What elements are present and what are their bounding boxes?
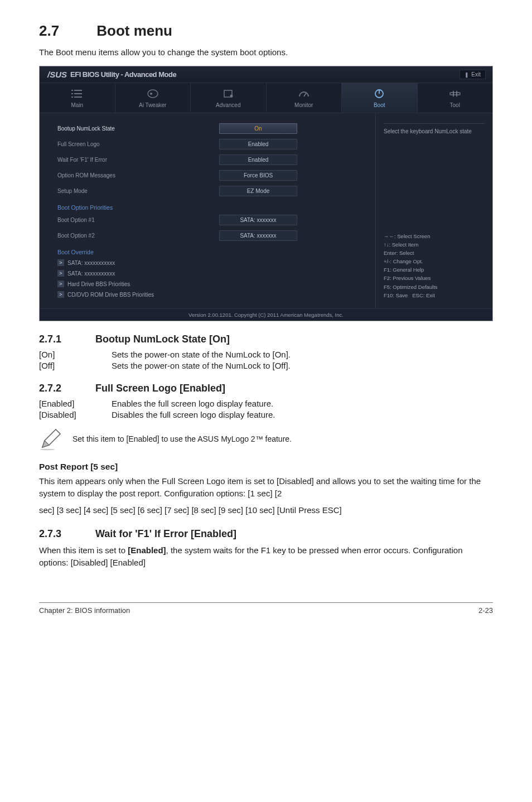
caret-icon: > <box>57 281 64 287</box>
subsection-2-7-1: 2.7.1 Bootup NumLock State [On] [On] Set… <box>39 334 493 370</box>
option-desc: Disables the full screen logo display fe… <box>112 410 493 419</box>
row-logo[interactable]: Full Screen Logo Enabled <box>57 139 366 149</box>
override-item[interactable]: > Hard Drive BBS Priorities <box>57 281 366 287</box>
section-heading: 2.7 Boot menu <box>39 22 493 40</box>
svg-rect-5 <box>74 96 82 98</box>
tab-boot[interactable]: Boot <box>342 83 418 113</box>
subsection-heading: 2.7.1 Bootup NumLock State [On] <box>39 334 493 345</box>
tab-label: Advanced <box>216 102 240 108</box>
row-value[interactable]: Force BIOS <box>219 170 297 181</box>
body-pre: When this item is set to <box>39 545 128 555</box>
help-key: F2: Previous Values <box>384 274 485 282</box>
gauge-icon <box>297 89 311 99</box>
option-row: [Enabled] Enables the full screen logo d… <box>39 399 493 408</box>
override-label: SATA: xxxxxxxxxxx <box>67 270 115 277</box>
subsection-2-7-2: 2.7.2 Full Screen Logo [Enabled] [Enable… <box>39 383 493 451</box>
help-key: F10: Save ESC: Exit <box>384 291 485 299</box>
row-value[interactable]: EZ Mode <box>219 186 297 196</box>
post-report-heading: Post Report [5 sec] <box>39 462 493 472</box>
svg-point-6 <box>148 90 158 98</box>
tab-monitor[interactable]: Monitor <box>267 83 342 113</box>
pencil-icon <box>39 427 62 451</box>
option-key: [Enabled] <box>39 399 112 408</box>
note-text: Set this item to [Enabled] to use the AS… <box>72 434 292 443</box>
row-value[interactable]: SATA: xxxxxxx <box>219 230 297 241</box>
help-key: ↑↓: Select Item <box>384 240 485 249</box>
body-bold: [Enabled] <box>128 545 166 555</box>
row-wait[interactable]: Wait For 'F1' If Error Enabled <box>57 154 366 165</box>
help-keys: →←: Select Screen ↑↓: Select Item Enter:… <box>384 232 485 303</box>
tab-aitweaker[interactable]: Ai Tweaker <box>115 83 191 113</box>
subsection-2-7-3: 2.7.3 Wait for 'F1' If Error [Enabled] W… <box>39 528 493 569</box>
row-setup[interactable]: Setup Mode EZ Mode <box>57 186 366 196</box>
tab-label: Main <box>71 102 83 108</box>
svg-rect-14 <box>453 91 454 96</box>
bios-help-pane: Select the keyboard NumLock state →←: Se… <box>375 113 492 308</box>
row-label: Bootup NumLock State <box>57 125 219 132</box>
row-label: Boot Option #1 <box>57 217 219 223</box>
row-value[interactable]: SATA: xxxxxxx <box>219 215 297 225</box>
list-icon <box>70 89 84 99</box>
option-key: [On] <box>39 350 112 359</box>
brand-text: /SUS <box>47 70 67 79</box>
caret-icon: > <box>57 270 64 277</box>
exit-label: Exit <box>471 71 481 78</box>
option-row: [Disabled] Disables the full screen logo… <box>39 410 493 419</box>
subsection-heading: 2.7.2 Full Screen Logo [Enabled] <box>39 383 493 394</box>
tab-advanced[interactable]: Advanced <box>191 83 267 113</box>
svg-rect-1 <box>74 90 82 91</box>
exit-button[interactable]: Exit <box>460 70 486 79</box>
override-label: CD/DVD ROM Drive BBS Priorities <box>67 292 154 298</box>
bios-body: Bootup NumLock State On Full Screen Logo… <box>40 113 492 308</box>
bios-footer: Version 2.00.1201. Copyright (C) 2011 Am… <box>40 308 492 321</box>
bios-logo: /SUS EFI BIOS Utility - Advanced Mode <box>47 70 176 79</box>
option-key: [Off] <box>39 361 112 370</box>
bios-titlebar: /SUS EFI BIOS Utility - Advanced Mode Ex… <box>40 66 492 83</box>
help-key: F1: General Help <box>384 265 485 274</box>
intro-text: The Boot menu items allow you to change … <box>39 47 493 57</box>
row-numlock[interactable]: Bootup NumLock State On <box>57 123 366 134</box>
footer-right: 2-23 <box>478 606 493 615</box>
row-bootopt2[interactable]: Boot Option #2 SATA: xxxxxxx <box>57 230 366 241</box>
row-bootopt1[interactable]: Boot Option #1 SATA: xxxxxxx <box>57 215 366 225</box>
post-report-body2: sec] [3 sec] [4 sec] [5 sec] [6 sec] [7 … <box>39 504 493 516</box>
help-key: F5: Optimized Defaults <box>384 283 485 291</box>
override-label: SATA: xxxxxxxxxxx <box>67 260 115 266</box>
post-report-body1: This item appears only when the Full Scr… <box>39 475 493 500</box>
row-label: Boot Option #2 <box>57 233 219 239</box>
bios-tabs: Main Ai Tweaker Advanced Monitor Boot To… <box>40 83 492 113</box>
tab-label: Ai Tweaker <box>139 102 166 108</box>
svg-rect-4 <box>71 96 73 98</box>
tab-tool[interactable]: Tool <box>418 83 493 113</box>
bios-window: /SUS EFI BIOS Utility - Advanced Mode Ex… <box>39 66 493 321</box>
svg-rect-3 <box>74 93 82 94</box>
svg-point-7 <box>150 93 152 95</box>
tab-label: Monitor <box>294 102 313 108</box>
section-title-text: Boot menu <box>96 22 172 39</box>
override-item[interactable]: > CD/DVD ROM Drive BBS Priorities <box>57 291 366 298</box>
override-item[interactable]: > SATA: xxxxxxxxxxx <box>57 270 366 277</box>
caret-icon: > <box>57 259 64 266</box>
row-value[interactable]: Enabled <box>219 139 297 149</box>
row-orom[interactable]: Option ROM Messages Force BIOS <box>57 170 366 181</box>
tab-main[interactable]: Main <box>40 83 115 113</box>
footer-left: Chapter 2: BIOS information <box>39 606 130 615</box>
sub-title-text: Wait for 'F1' If Error [Enabled] <box>95 528 236 539</box>
subsection-heading: 2.7.3 Wait for 'F1' If Error [Enabled] <box>39 528 493 540</box>
option-desc: Sets the power-on state of the NumLock t… <box>112 350 493 359</box>
sub-title-text: Full Screen Logo [Enabled] <box>95 383 225 394</box>
boot-priorities-heading: Boot Option Priorities <box>57 204 366 211</box>
boot-override-heading: Boot Override <box>57 249 366 255</box>
caret-icon: > <box>57 291 64 298</box>
option-desc: Sets the power-on state of the NumLock t… <box>112 361 493 370</box>
row-label: Option ROM Messages <box>57 172 219 178</box>
option-row: [On] Sets the power-on state of the NumL… <box>39 350 493 359</box>
override-item[interactable]: > SATA: xxxxxxxxxxx <box>57 259 366 266</box>
row-value[interactable]: Enabled <box>219 154 297 165</box>
tab-label: Boot <box>374 102 385 108</box>
note-callout: Set this item to [Enabled] to use the AS… <box>39 427 493 451</box>
page-footer: Chapter 2: BIOS information 2-23 <box>39 602 493 615</box>
row-value[interactable]: On <box>219 123 297 134</box>
option-key: [Disabled] <box>39 410 112 419</box>
help-key: Enter: Select <box>384 249 485 257</box>
